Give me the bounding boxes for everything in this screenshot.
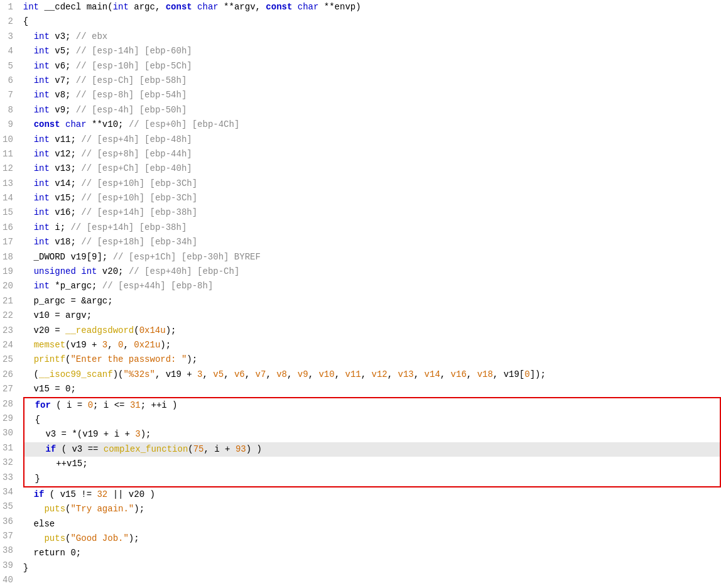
- line-number: 19: [3, 264, 13, 279]
- line-number: 14: [3, 191, 13, 205]
- code-line: v10 = argv;: [23, 308, 721, 323]
- code-line: if ( v3 == complex_function(75, i + 93) …: [23, 442, 721, 457]
- line-number: 33: [3, 471, 13, 485]
- line-number: 17: [3, 235, 13, 249]
- line-number: 40: [3, 573, 13, 587]
- code-line: v20 = __readgsdword(0x14u);: [23, 324, 721, 338]
- line-number: 13: [3, 177, 13, 191]
- line-number: 9: [3, 117, 13, 132]
- line-number: 34: [3, 485, 13, 499]
- code-line: int v16; // [esp+14h] [ebp-38h]: [23, 205, 721, 220]
- line-number: 18: [3, 250, 13, 264]
- code-line: unsigned int v20; // [esp+40h] [ebp-Ch]: [23, 264, 721, 279]
- code-line: int __cdecl main(int argc, const char **…: [23, 0, 721, 14]
- code-line: int *p_argc; // [esp+44h] [ebp-8h]: [23, 279, 721, 293]
- code-line: if ( v15 != 32 || v20 ): [23, 487, 721, 502]
- code-line: int v12; // [esp+8h] [ebp-44h]: [23, 147, 721, 161]
- line-number: 29: [3, 411, 13, 426]
- code-line: int v18; // [esp+18h] [ebp-34h]: [23, 235, 721, 249]
- code-line: {: [23, 413, 721, 427]
- code-line: for ( i = 0; i <= 31; ++i ): [23, 397, 721, 413]
- code-line: int v9; // [esp-4h] [ebp-50h]: [23, 103, 721, 117]
- line-number: 39: [3, 558, 13, 573]
- code-line: puts("Try again.");: [23, 502, 721, 516]
- code-line: memset(v19 + 3, 0, 0x21u);: [23, 338, 721, 352]
- code-line: int v5; // [esp-14h] [ebp-60h]: [23, 44, 721, 58]
- code-line: int v6; // [esp-10h] [ebp-5Ch]: [23, 59, 721, 74]
- line-number: 36: [3, 514, 13, 529]
- code-line: }: [23, 561, 721, 575]
- line-number: 2: [3, 14, 13, 29]
- line-number: 23: [3, 324, 13, 338]
- line-number: 10: [3, 133, 13, 147]
- line-number: 27: [3, 382, 13, 396]
- code-line: v15 = 0;: [23, 382, 721, 396]
- code-line: int v11; // [esp+4h] [ebp-48h]: [23, 133, 721, 147]
- line-number: 35: [3, 499, 13, 514]
- code-line: {: [23, 14, 721, 29]
- code-line: int v3; // ebx: [23, 30, 721, 44]
- line-number: 6: [3, 74, 13, 88]
- line-number: 20: [3, 279, 13, 293]
- code-line: int v13; // [esp+Ch] [ebp-40h]: [23, 161, 721, 176]
- code-line: int i; // [esp+14h] [ebp-38h]: [23, 220, 721, 235]
- line-number: 21: [3, 294, 13, 308]
- code-line: int v8; // [esp-8h] [ebp-54h]: [23, 88, 721, 102]
- code-line: }: [23, 472, 721, 487]
- line-number: 38: [3, 543, 13, 558]
- code-line: p_argc = &argc;: [23, 294, 721, 308]
- line-number: 4: [3, 44, 13, 58]
- line-number: 5: [3, 59, 13, 74]
- code-line: int v14; // [esp+10h] [ebp-3Ch]: [23, 177, 721, 191]
- code-line: _DWORD v19[9]; // [esp+1Ch] [ebp-30h] BY…: [23, 250, 721, 264]
- line-number: 28: [3, 397, 13, 411]
- line-numbers: 1234567891011121314151617181920212223242…: [0, 0, 18, 588]
- line-number: 30: [3, 426, 13, 440]
- code-line: return 0;: [23, 546, 721, 560]
- code-line: int v15; // [esp+10h] [ebp-3Ch]: [23, 191, 721, 205]
- code-line: else: [23, 517, 721, 531]
- line-number: 37: [3, 529, 13, 543]
- code-line: v3 = *(v19 + i + 3);: [23, 427, 721, 442]
- line-number: 1: [3, 0, 13, 14]
- code-container: 1234567891011121314151617181920212223242…: [0, 0, 721, 588]
- line-number: 8: [3, 103, 13, 117]
- code-line: ++v15;: [23, 457, 721, 471]
- line-number: 26: [3, 368, 13, 382]
- line-number: 24: [3, 338, 13, 352]
- line-number: 25: [3, 352, 13, 367]
- code-line: puts("Good Job.");: [23, 531, 721, 546]
- line-number: 32: [3, 455, 13, 470]
- line-number: 15: [3, 205, 13, 220]
- code-line: int v7; // [esp-Ch] [ebp-58h]: [23, 74, 721, 88]
- line-number: 16: [3, 220, 13, 235]
- code-lines: int __cdecl main(int argc, const char **…: [18, 0, 721, 588]
- line-number: 11: [3, 147, 13, 161]
- line-number: 3: [3, 30, 13, 44]
- line-number: 22: [3, 308, 13, 323]
- line-number: 31: [3, 441, 13, 455]
- code-line: const char **v10; // [esp+0h] [ebp-4Ch]: [23, 117, 721, 132]
- line-number: 12: [3, 161, 13, 176]
- code-line: printf("Enter the password: ");: [23, 352, 721, 367]
- code-line: (__isoc99_scanf)("%32s", v19 + 3, v5, v6…: [23, 368, 721, 382]
- line-number: 7: [3, 88, 13, 102]
